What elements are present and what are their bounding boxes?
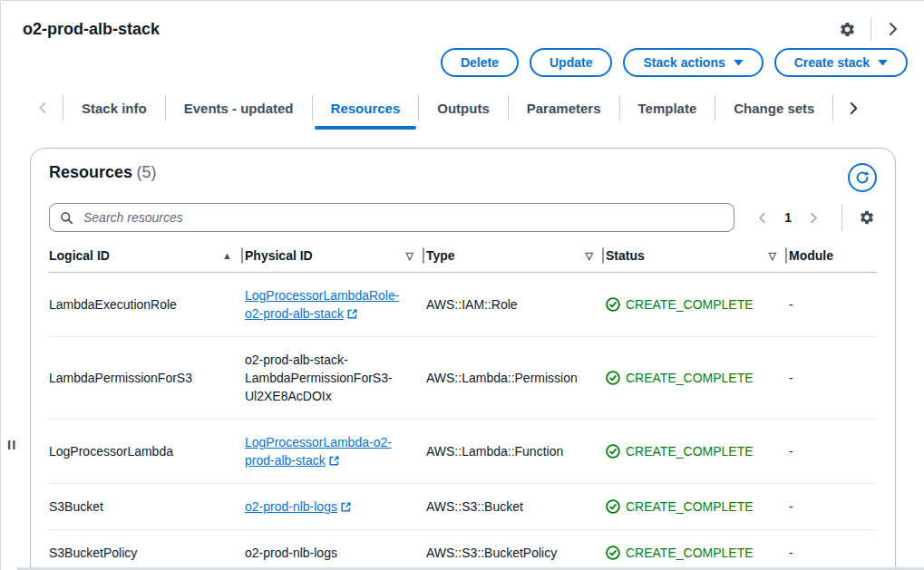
success-check-icon [606,444,620,459]
module-text: - [789,444,793,459]
tab-resources[interactable]: Resources [313,88,419,128]
physical-id-link[interactable]: LogProcessorLambda-o2-prod-alb-stack [245,435,392,468]
update-button-label: Update [550,55,592,70]
column-header-module: Module [789,239,877,273]
resources-panel: Resources (5) 1 [30,148,896,570]
pagination: 1 [749,208,827,227]
status-badge: CREATE_COMPLETE [606,498,767,516]
column-header-physical-id[interactable]: Physical ID ▽ [245,239,426,273]
sort-icon: ▽ [406,250,413,262]
header-divider [871,17,871,41]
column-header-label: Status [606,248,645,263]
status-badge: CREATE_COMPLETE [606,442,767,460]
tabs-scroll-right-chevron-icon[interactable] [833,88,874,128]
tab-label: Stack info [82,101,147,116]
tab-outputs[interactable]: Outputs [419,88,508,128]
column-header-label: Logical ID [49,248,110,263]
search-icon [60,211,73,225]
logical-id-text: LogProcessorLambda [49,444,173,459]
collapse-panel-chevron-right-icon[interactable] [886,22,900,36]
tab-change-sets[interactable]: Change sets [715,88,832,128]
physical-id-text: o2-prod-alb-stack-LambdaPermissionForS3-… [245,353,393,403]
tab-label: Template [638,101,697,116]
status-text: CREATE_COMPLETE [626,544,754,562]
refresh-icon [855,170,870,185]
status-badge: CREATE_COMPLETE [606,295,767,314]
logical-id-text: LambdaExecutionRole [49,297,177,312]
panel-title-text: Resources [49,163,132,181]
physical-id-link-text: o2-prod-nlb-logs [245,499,337,514]
panel-resource-count: (5) [137,163,157,181]
status-text: CREATE_COMPLETE [626,369,754,387]
external-link-icon [340,501,352,513]
tab-label: Events - updated [184,101,294,116]
external-link-icon [328,455,340,467]
create-stack-dropdown-button[interactable]: Create stack [774,48,908,77]
success-check-icon [606,371,620,385]
status-text: CREATE_COMPLETE [626,442,754,460]
physical-id-text: o2-prod-nlb-logs [245,546,337,560]
tabs-scroll-left-chevron-icon[interactable] [23,88,63,128]
search-input[interactable] [82,209,724,226]
resource-type-text: AWS::S3::Bucket [426,499,523,514]
caret-down-icon [734,60,744,66]
create-stack-label: Create stack [794,55,870,70]
tab-events-updated[interactable]: Events - updated [166,88,312,128]
logical-id-text: S3Bucket [49,499,103,514]
tab-template[interactable]: Template [620,88,715,128]
sort-icon: ▲ [222,250,232,261]
side-marker: II [7,437,16,452]
module-text: - [789,499,793,514]
physical-id-link-text: LogProcessorLambdaRole-o2-prod-alb-stack [245,288,399,321]
tab-label: Outputs [437,101,490,116]
module-text: - [789,297,793,312]
sort-icon: ▽ [769,250,776,262]
table-row[interactable]: LogProcessorLambda LogProcessorLambda-o2… [49,420,877,484]
next-page-chevron-icon[interactable] [801,208,827,227]
table-row[interactable]: LambdaExecutionRole LogProcessorLambdaRo… [49,273,877,337]
table-row[interactable]: LambdaPermissionForS3 o2-prod-alb-stack-… [49,337,877,420]
tab-stack-info[interactable]: Stack info [63,88,165,128]
search-box[interactable] [49,203,734,232]
success-check-icon [606,297,620,312]
external-link-icon [346,308,358,320]
column-header-type[interactable]: Type ▽ [426,239,606,273]
tab-parameters[interactable]: Parameters [509,88,619,128]
delete-button-label: Delete [461,55,499,70]
previous-page-chevron-icon[interactable] [749,208,775,227]
column-header-label: Physical ID [245,248,313,263]
tab-label: Parameters [527,101,601,116]
refresh-button[interactable] [848,163,877,192]
settings-gear-icon[interactable] [839,21,856,38]
table-row[interactable]: S3BucketPolicy o2-prod-nlb-logs AWS::S3:… [49,530,877,570]
status-text: CREATE_COMPLETE [626,295,754,314]
controls-divider [841,204,842,231]
table-row[interactable]: S3Bucket o2-prod-nlb-logs AWS::S3::Bucke… [49,484,877,530]
resource-type-text: AWS::Lambda::Permission [426,371,578,385]
delete-button[interactable]: Delete [441,48,519,77]
module-text: - [789,546,793,560]
success-check-icon [606,546,620,560]
status-badge: CREATE_COMPLETE [606,369,767,387]
module-text: - [789,371,793,385]
physical-id-link[interactable]: LogProcessorLambdaRole-o2-prod-alb-stack [245,288,399,321]
column-header-label: Module [789,248,833,263]
status-badge: CREATE_COMPLETE [606,544,767,562]
stack-actions-toolbar: Delete Update Stack actions Create stack [1,41,924,77]
resource-type-text: AWS::IAM::Role [426,297,518,312]
status-text: CREATE_COMPLETE [626,498,754,516]
column-header-logical-id[interactable]: Logical ID ▲ [49,239,245,273]
physical-id-link-text: LogProcessorLambda-o2-prod-alb-stack [245,435,392,468]
stack-actions-dropdown-button[interactable]: Stack actions [623,48,763,77]
current-page-number[interactable]: 1 [779,210,797,225]
logical-id-text: LambdaPermissionForS3 [49,371,192,385]
stack-actions-label: Stack actions [643,55,725,70]
success-check-icon [606,499,620,514]
sort-icon: ▽ [586,250,593,262]
resource-type-text: AWS::Lambda::Function [426,444,563,459]
physical-id-link[interactable]: o2-prod-nlb-logs [245,499,352,514]
tab-label: Change sets [734,101,814,116]
update-button[interactable]: Update [530,48,612,77]
column-header-status[interactable]: Status ▽ [606,239,789,273]
table-preferences-gear-icon[interactable] [857,209,877,226]
